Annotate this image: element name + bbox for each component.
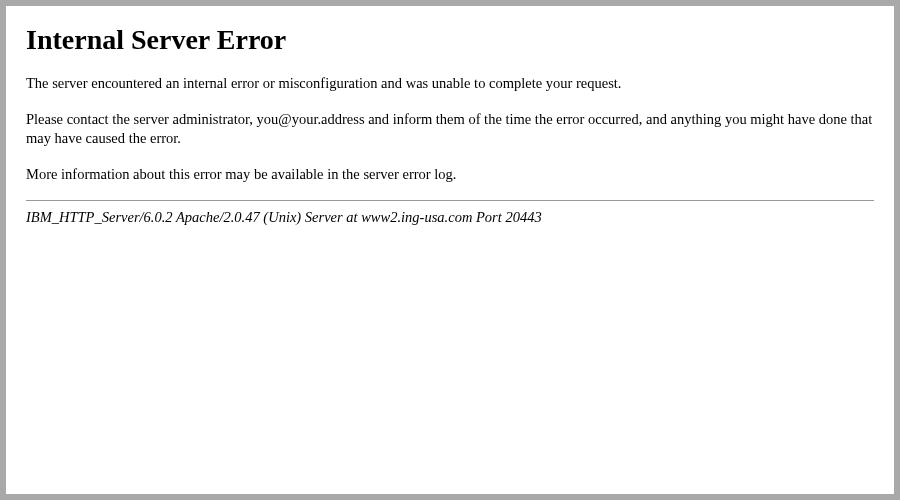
error-contact: Please contact the server administrator,… [26,110,874,149]
error-page: Internal Server Error The server encount… [6,6,894,494]
page-title: Internal Server Error [26,24,874,56]
divider [26,200,874,201]
server-signature: IBM_HTTP_Server/6.0.2 Apache/2.0.47 (Uni… [26,209,874,226]
error-loginfo: More information about this error may be… [26,165,874,185]
error-description: The server encountered an internal error… [26,74,874,94]
